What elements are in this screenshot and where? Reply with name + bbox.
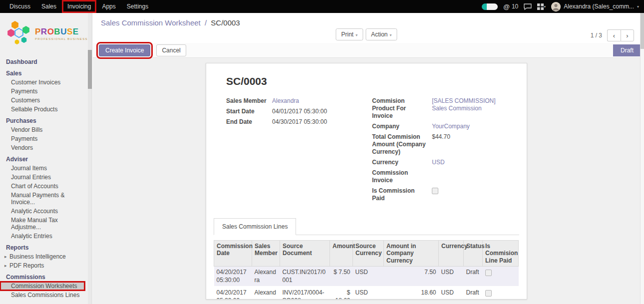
sidebar-item-customer-invoices[interactable]: Customer Invoices bbox=[0, 78, 85, 87]
messages-icon[interactable] bbox=[524, 3, 532, 10]
probuse-logo: PROBUSE PROFESSIONAL BUSINESS bbox=[0, 13, 92, 55]
total-commission-amount-value: $44.70 bbox=[432, 133, 507, 141]
cell-status: Draft bbox=[464, 287, 483, 300]
cell-source-currency: USD bbox=[353, 267, 384, 287]
is-commission-paid-checkbox bbox=[432, 188, 438, 194]
commission-lines-tbody: 04/20/2017 05:30:00AlexandraCUST.IN/2017… bbox=[214, 267, 519, 300]
cell-amount: $ 18.60 bbox=[330, 287, 353, 300]
company-value[interactable]: YourCompany bbox=[432, 123, 507, 130]
sales-member-value[interactable]: Alexandra bbox=[272, 97, 361, 105]
caret-down-icon: ▾ bbox=[390, 33, 392, 37]
pager-previous-button[interactable]: ‹ bbox=[607, 29, 621, 41]
column-header-amount-in-company-currency: Amount in Company Currency bbox=[384, 241, 439, 267]
cell-line-paid bbox=[483, 267, 519, 287]
topbar-menu-discuss[interactable]: Discuss bbox=[4, 0, 36, 13]
tab-sales-commission-lines[interactable]: Sales Commission Lines bbox=[214, 218, 296, 235]
is-commission-paid-label: Is Commission Paid bbox=[372, 187, 432, 202]
end-date-value: 04/30/2017 05:30:00 bbox=[272, 118, 361, 126]
sidebar-section-dashboard[interactable]: Dashboard bbox=[0, 55, 92, 66]
control-panel: Sales Commission Worksheet / SC/0003 Pri… bbox=[93, 13, 640, 43]
create-invoice-button[interactable]: Create Invoice bbox=[99, 44, 150, 56]
form-sheet: SC/0003 Sales Member Alexandra Start Dat… bbox=[206, 63, 527, 300]
commission-product-value[interactable]: [SALES COMMISSION] Sales Commission bbox=[432, 97, 507, 112]
statusbar: Create Invoice Cancel Draft bbox=[93, 43, 640, 58]
field-row: Is Commission Paid bbox=[372, 187, 507, 202]
sidebar-section-commissions[interactable]: Commissions bbox=[0, 270, 92, 282]
pager: 1 / 3 ‹ › bbox=[591, 29, 634, 41]
total-commission-amount-label: Total Commision Amount (Company Currency… bbox=[372, 133, 432, 156]
main-scrollbar[interactable] bbox=[640, 13, 644, 304]
column-header-sales-member: Sales Member bbox=[252, 241, 280, 267]
pager-value: 1 / 3 bbox=[591, 32, 602, 39]
systray-apps-icon[interactable]: ▾ bbox=[537, 3, 546, 10]
sidebar-item-manual-payments-invoice[interactable]: Manual Payments & Invoice... bbox=[0, 191, 85, 207]
sidebar-item-analytic-accounts[interactable]: Analytic Accounts bbox=[0, 207, 85, 216]
sidebar-item-vendor-bills[interactable]: Vendor Bills bbox=[0, 125, 85, 134]
activities-count: 10 bbox=[512, 3, 518, 10]
sidebar-section-adviser[interactable]: Adviser bbox=[0, 152, 92, 164]
cell-currency: USD bbox=[439, 287, 464, 300]
sidebar-scrollbar-thumb[interactable] bbox=[88, 50, 92, 89]
sidebar-item-journal-items[interactable]: Journal Items bbox=[0, 164, 85, 173]
cancel-button[interactable]: Cancel bbox=[156, 44, 186, 56]
sidebar-item-business-intelligence[interactable]: ▸Business Intelligence bbox=[0, 252, 85, 261]
expand-arrow-icon: ▸ bbox=[4, 253, 9, 260]
sidebar-item-make-manual-tax-adjustme[interactable]: Make Manual Tax Adjustme... bbox=[0, 216, 85, 232]
sidebar-item-label: Journal Items bbox=[11, 165, 47, 172]
print-button[interactable]: Print▾ bbox=[335, 28, 363, 40]
record-title: SC/0003 bbox=[226, 75, 507, 87]
sidebar-section-configuration[interactable]: Configuration bbox=[0, 300, 92, 304]
cell-status: Draft bbox=[464, 267, 483, 287]
sidebar-section-sales[interactable]: Sales bbox=[0, 66, 92, 78]
sidebar-item-label: Sales Commissions Lines bbox=[11, 292, 79, 299]
user-menu[interactable]: Alexandra (Sales_comm... ▾ bbox=[551, 2, 639, 11]
sidebar-item-journal-entries[interactable]: Journal Entries bbox=[0, 173, 85, 182]
cell-amount-in-company-currency: 18.60 bbox=[384, 287, 439, 300]
pager-next-button[interactable]: › bbox=[621, 29, 634, 41]
field-row: Commision Product For Invoice [SALES COM… bbox=[372, 97, 507, 120]
sidebar-item-sales-commissions-lines[interactable]: Sales Commissions Lines bbox=[0, 291, 85, 300]
logo-letter: B bbox=[54, 27, 60, 36]
breadcrumb-parent[interactable]: Sales Commission Worksheet bbox=[101, 18, 201, 27]
activities-indicator[interactable]: @ 10 bbox=[503, 3, 518, 10]
sidebar-item-label: Payments bbox=[11, 135, 37, 142]
topbar-menu-invoicing[interactable]: Invoicing bbox=[62, 0, 96, 13]
sidebar-item-sellable-products[interactable]: Sellable Products bbox=[0, 105, 85, 114]
sidebar-item-label: Payments bbox=[11, 88, 37, 95]
caret-down-icon: ▾ bbox=[544, 4, 546, 9]
topbar-menu-settings[interactable]: Settings bbox=[121, 0, 154, 13]
end-date-label: End Date bbox=[226, 118, 272, 126]
sidebar-section-purchases[interactable]: Purchases bbox=[0, 114, 92, 125]
sidebar-item-commission-worksheets[interactable]: Commission Worksheets bbox=[0, 282, 85, 291]
commission-invoice-value bbox=[432, 169, 507, 176]
cell-sales-member: Alexandra bbox=[252, 267, 280, 287]
sales-member-label: Sales Member bbox=[226, 97, 272, 105]
table-row[interactable]: 04/20/2017 05:30:00AlexandraCUST.IN/2017… bbox=[214, 267, 519, 287]
logo-letter: O bbox=[47, 27, 54, 36]
cell-source-document: CUST.IN/2017/0001 bbox=[280, 267, 330, 287]
sidebar-section-reports[interactable]: Reports bbox=[0, 241, 92, 252]
main-scrollbar-thumb[interactable] bbox=[641, 13, 644, 49]
control-panel-buttons: Print▾ Action▾ bbox=[335, 28, 397, 40]
sidebar-item-payments[interactable]: Payments bbox=[0, 87, 85, 96]
sidebar-item-vendors[interactable]: Vendors bbox=[0, 143, 85, 152]
topbar-menu-apps[interactable]: Apps bbox=[96, 0, 121, 13]
topbar-menu-sales[interactable]: Sales bbox=[36, 0, 62, 13]
action-button[interactable]: Action▾ bbox=[365, 28, 397, 40]
currency-value[interactable]: USD bbox=[432, 159, 507, 166]
sidebar-scrollbar[interactable] bbox=[88, 13, 92, 304]
line-paid-checkbox bbox=[485, 270, 492, 276]
sidebar-item-customers[interactable]: Customers bbox=[0, 96, 85, 105]
sidebar-item-pdf-reports[interactable]: ▸PDF Reports bbox=[0, 261, 85, 270]
tab-bar: Sales Commission Lines bbox=[214, 218, 519, 235]
field-row: Commission Invoice bbox=[372, 169, 507, 184]
sidebar-item-analytic-entries[interactable]: Analytic Entries bbox=[0, 232, 85, 241]
sidebar-item-label: Make Manual Tax Adjustme... bbox=[11, 217, 82, 231]
sidebar-item-payments[interactable]: Payments bbox=[0, 134, 85, 143]
print-button-label: Print bbox=[341, 31, 353, 38]
currency-label: Currency bbox=[372, 159, 432, 166]
sidebar-item-label: Vendor Bills bbox=[11, 126, 42, 133]
caret-down-icon: ▾ bbox=[355, 33, 357, 37]
sidebar-item-chart-of-accounts[interactable]: Chart of Accounts bbox=[0, 182, 85, 191]
table-row[interactable]: 04/20/2017 05:30:00AlexandraINV/2017/000… bbox=[214, 287, 519, 300]
